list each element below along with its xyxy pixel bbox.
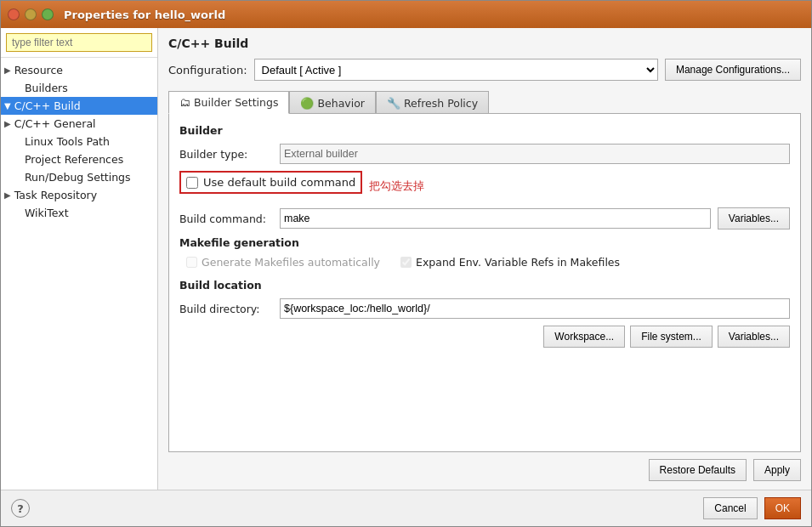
build-dir-row: Build directory:	[179, 298, 790, 319]
window-title: Properties for hello_world	[64, 8, 225, 21]
behavior-icon: 🟢	[300, 97, 314, 110]
apply-button[interactable]: Apply	[753, 459, 801, 481]
config-label: Configuration:	[168, 64, 247, 76]
sidebar-item-run-debug[interactable]: Run/Debug Settings	[1, 168, 157, 186]
tab-label: Refresh Policy	[404, 97, 478, 110]
sidebar-item-label: Project References	[25, 153, 123, 166]
arrow-icon: ▶	[4, 190, 11, 200]
builder-type-input	[280, 144, 790, 164]
sidebar-item-wikitext[interactable]: WikiText	[1, 204, 157, 222]
main-window: Properties for hello_world ▶ Resource Bu…	[0, 0, 812, 527]
sidebar-item-task-repo[interactable]: ▶ Task Repository	[1, 186, 157, 204]
use-default-checkbox[interactable]	[186, 177, 198, 189]
filter-input[interactable]	[6, 33, 152, 52]
sidebar-item-project-refs[interactable]: Project References	[1, 150, 157, 168]
tab-behavior[interactable]: 🟢 Behavior	[289, 91, 376, 114]
maximize-window-button[interactable]	[42, 8, 54, 20]
sidebar-item-label: Resource	[14, 64, 63, 76]
builder-type-label: Builder type:	[179, 148, 273, 161]
sidebar-item-label: C/C++ Build	[14, 99, 81, 112]
ok-button[interactable]: OK	[764, 497, 801, 519]
sidebar-item-linux-tools[interactable]: Linux Tools Path	[1, 133, 157, 150]
titlebar: Properties for hello_world	[1, 1, 811, 28]
minimize-window-button[interactable]	[25, 8, 37, 20]
help-button[interactable]: ?	[11, 499, 30, 518]
build-dir-input[interactable]	[280, 298, 790, 319]
panel-title: C/C++ Build	[168, 37, 801, 50]
filter-box	[1, 28, 157, 58]
builder-type-row: Builder type:	[179, 144, 790, 164]
config-select[interactable]: Default [ Active ]	[254, 59, 658, 81]
manage-configurations-button[interactable]: Manage Configurations...	[665, 59, 801, 81]
expand-env-checkbox	[400, 257, 412, 268]
location-buttons: Workspace... File system... Variables...	[179, 326, 790, 348]
main-content: ▶ Resource Builders ▼ C/C++ Build ▶ C/C+…	[1, 28, 811, 490]
builder-section-label: Builder	[179, 124, 790, 137]
build-location-label: Build location	[179, 279, 790, 292]
arrow-icon: ▶	[4, 119, 11, 128]
tab-label: Builder Settings	[194, 96, 278, 109]
workspace-button[interactable]: Workspace...	[543, 326, 625, 348]
close-window-button[interactable]	[8, 8, 20, 20]
generate-makefiles-label: Generate Makefiles automatically	[186, 256, 380, 269]
build-cmd-label: Build command:	[179, 212, 273, 225]
sidebar: ▶ Resource Builders ▼ C/C++ Build ▶ C/C+…	[1, 28, 158, 490]
sidebar-item-label: Run/Debug Settings	[25, 171, 131, 184]
tab-content: Builder Builder type: Use default build …	[168, 113, 801, 452]
sidebar-item-label: C/C++ General	[14, 117, 96, 130]
tab-builder-settings[interactable]: 🗂 Builder Settings	[168, 91, 289, 114]
generate-makefiles-checkbox	[186, 257, 197, 268]
tab-label: Behavior	[317, 97, 365, 110]
right-panel: C/C++ Build Configuration: Default [ Act…	[158, 28, 811, 490]
sidebar-item-label: Builders	[25, 82, 68, 94]
tab-refresh-policy[interactable]: 🔧 Refresh Policy	[376, 91, 489, 114]
arrow-icon: ▶	[4, 65, 11, 75]
expand-env-label: Expand Env. Variable Refs in Makefiles	[400, 256, 620, 269]
build-cmd-variables-button[interactable]: Variables...	[718, 207, 790, 230]
bottom-bar: ? Cancel OK	[1, 490, 811, 526]
sidebar-tree: ▶ Resource Builders ▼ C/C++ Build ▶ C/C+…	[1, 58, 157, 490]
sidebar-item-label: Linux Tools Path	[25, 135, 110, 148]
sidebar-item-label: Task Repository	[14, 189, 97, 201]
restore-defaults-button[interactable]: Restore Defaults	[649, 459, 747, 481]
makefile-options: Generate Makefiles automatically Expand …	[179, 256, 790, 269]
refresh-policy-icon: 🔧	[387, 97, 400, 110]
build-cmd-input[interactable]	[280, 208, 711, 229]
build-dir-label: Build directory:	[179, 303, 273, 315]
config-row: Configuration: Default [ Active ] Manage…	[168, 59, 801, 81]
annotation-text: 把勾选去掉	[369, 178, 424, 194]
filesystem-button[interactable]: File system...	[630, 326, 713, 348]
makefile-section: Makefile generation Generate Makefiles a…	[179, 236, 790, 269]
sidebar-item-label: WikiText	[25, 207, 69, 219]
makefile-section-label: Makefile generation	[179, 236, 790, 249]
location-variables-button[interactable]: Variables...	[718, 326, 790, 348]
sidebar-item-resource[interactable]: ▶ Resource	[1, 61, 157, 79]
sidebar-item-cpp-build[interactable]: ▼ C/C++ Build	[1, 97, 157, 115]
use-default-label: Use default build command	[203, 176, 355, 189]
action-buttons: Restore Defaults Apply	[168, 452, 801, 481]
build-location-section: Build location Build directory: Workspac…	[179, 279, 790, 348]
cancel-button[interactable]: Cancel	[703, 497, 757, 519]
sidebar-item-cpp-general[interactable]: ▶ C/C++ General	[1, 115, 157, 133]
builder-settings-icon: 🗂	[179, 96, 190, 109]
build-command-row: Build command: Variables...	[179, 207, 790, 230]
use-default-checkbox-container: Use default build command	[179, 171, 362, 194]
sidebar-item-builders[interactable]: Builders	[1, 79, 157, 97]
tab-bar: 🗂 Builder Settings 🟢 Behavior 🔧 Refresh …	[168, 91, 801, 114]
arrow-icon: ▼	[4, 101, 11, 110]
